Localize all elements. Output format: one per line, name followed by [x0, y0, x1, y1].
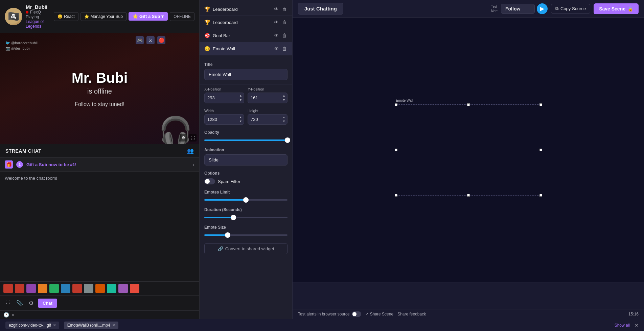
preview-canvas-inner[interactable]: Emote Wall: [396, 104, 541, 196]
test-browser-toggle[interactable]: [352, 311, 361, 317]
width-input[interactable]: [205, 115, 237, 124]
clip-icon[interactable]: 📎: [15, 298, 24, 308]
animation-select[interactable]: Slide Fade None: [204, 154, 288, 166]
opacity-slider[interactable]: [204, 137, 288, 142]
delete-widget-button[interactable]: 🗑: [281, 32, 288, 39]
handle-bottom-left[interactable]: [395, 194, 397, 197]
emote-item[interactable]: [49, 284, 59, 293]
save-scene-button[interactable]: Save Scene 🔒: [594, 3, 639, 14]
emote-item[interactable]: [26, 284, 36, 293]
send-test-alert-button[interactable]: ▶: [537, 3, 548, 14]
duration-slider[interactable]: [204, 214, 288, 220]
handle-bottom-middle[interactable]: [467, 194, 470, 197]
emotes-limit-slider[interactable]: [204, 197, 288, 202]
left-panel: 🏴‍☠️ Mr_Bubii FlexQ Playing League of Le…: [0, 0, 200, 319]
hide-widget-button[interactable]: 👁: [273, 32, 279, 39]
hide-widget-button[interactable]: 👁: [273, 6, 279, 12]
footer-tab-1-close[interactable]: ✕: [53, 323, 56, 327]
options-label: Options: [204, 171, 288, 176]
game-link[interactable]: League of Legends: [26, 19, 44, 29]
widget-item-leaderboard1[interactable]: 🏆 Leaderboard 👁 🗑: [200, 3, 292, 16]
emote-item[interactable]: [118, 284, 128, 293]
width-spinners: ▲ ▼: [237, 114, 244, 125]
footer-tab-2-close[interactable]: ✕: [112, 323, 115, 327]
chat-settings-icon[interactable]: 👥: [187, 148, 194, 154]
settings2-icon[interactable]: ⚙: [26, 298, 36, 308]
handle-bottom-right[interactable]: [539, 194, 542, 197]
widget-item-goal-bar[interactable]: 🎯 Goal Bar 👁 🗑: [200, 29, 292, 42]
y-position-input[interactable]: [248, 93, 281, 102]
header-buttons: 😊 React ⭐ Manage Your Sub ⭐ Gift a Sub ▾…: [54, 12, 194, 21]
gift-sub-button[interactable]: ⭐ Gift a Sub ▾: [129, 12, 168, 21]
title-input[interactable]: [204, 69, 288, 80]
handle-middle-right[interactable]: [539, 149, 542, 151]
widget-name: Leaderboard: [213, 20, 271, 25]
widget-name: Emote Wall: [213, 46, 271, 51]
hide-widget-button[interactable]: 👁: [273, 45, 279, 52]
streamer-info: Mr_Bubii FlexQ Playing League of Legends: [26, 4, 50, 29]
deco-icon-2: ⚔: [146, 36, 155, 44]
emote-item[interactable]: [38, 284, 47, 293]
delete-widget-button[interactable]: 🗑: [281, 6, 288, 12]
convert-shared-widget-button[interactable]: 🔗 Convert to shared widget: [204, 243, 288, 254]
chat-emote-bar: [0, 281, 199, 295]
width-decrement-button[interactable]: ▼: [239, 119, 243, 124]
handle-top-middle[interactable]: [467, 103, 470, 106]
x-position-input[interactable]: [205, 93, 237, 102]
settings-icon[interactable]: ⚙: [180, 134, 187, 142]
widget-item-emote-wall[interactable]: 😊 Emote Wall 👁 🗑: [200, 42, 292, 55]
manage-sub-button[interactable]: ⭐ Manage Your Sub: [80, 12, 127, 21]
widget-item-leaderboard2[interactable]: 🏆 Leaderboard 👁 🗑: [200, 16, 292, 29]
emote-item[interactable]: [107, 284, 116, 293]
trophy-icon: 🏆: [204, 6, 210, 12]
handle-middle-left[interactable]: [395, 149, 397, 151]
handle-top-left[interactable]: [395, 103, 397, 106]
copy-source-button[interactable]: ⧉ Copy Source: [551, 4, 590, 14]
expand-icon[interactable]: ⛶: [189, 134, 197, 142]
width-increment-button[interactable]: ▲: [239, 115, 243, 120]
avatar: 🏴‍☠️: [5, 8, 22, 25]
y-decrement-button[interactable]: ▼: [282, 98, 286, 102]
follow-select[interactable]: Follow Sub Donate Raid Host: [501, 4, 535, 14]
delete-widget-button[interactable]: 🗑: [281, 45, 288, 52]
x-decrement-button[interactable]: ▼: [239, 98, 243, 102]
height-decrement-button[interactable]: ▼: [282, 119, 286, 124]
platform-label: FlexQ: [30, 10, 41, 15]
y-position-label: Y-Position: [248, 87, 288, 91]
share-scene-button[interactable]: ↗ Share Scene: [365, 312, 393, 316]
height-increment-button[interactable]: ▲: [282, 115, 286, 120]
handle-top-right[interactable]: [539, 103, 542, 106]
promo-text[interactable]: Gift a Sub now to be #1!: [26, 162, 76, 167]
stream-chat-header: STREAM CHAT 👥: [0, 144, 199, 158]
emote-item[interactable]: [3, 284, 13, 293]
footer-tab-1[interactable]: ezgif.com-video-to-...gif ✕: [5, 322, 59, 329]
hide-widget-button[interactable]: 👁: [273, 19, 279, 26]
spam-filter-label: Spam Filter: [218, 179, 240, 184]
emote-size-slider[interactable]: [204, 232, 288, 237]
height-label: Height: [248, 109, 288, 113]
promo-chevron-right-icon[interactable]: ›: [193, 162, 194, 167]
shield-icon[interactable]: 🛡: [3, 298, 13, 308]
emote-item[interactable]: [95, 284, 105, 293]
emote-item[interactable]: [15, 284, 24, 293]
emotes-limit-label: Emotes Limit: [204, 190, 288, 195]
delete-widget-button[interactable]: 🗑: [281, 19, 288, 26]
emote-item[interactable]: [130, 284, 139, 293]
duration-label: Duration (Seconds): [204, 207, 288, 212]
height-input[interactable]: [248, 115, 281, 124]
spam-filter-toggle[interactable]: [204, 178, 215, 184]
show-all-button[interactable]: Show all: [615, 323, 630, 328]
close-all-button[interactable]: ✕: [635, 323, 639, 328]
chat-title: STREAM CHAT: [5, 148, 41, 154]
emote-item[interactable]: [61, 284, 70, 293]
footer-tab-2[interactable]: EmoteWall3 (onli....mp4 ✕: [64, 322, 118, 329]
emotes-limit-section: Emotes Limit: [200, 187, 292, 205]
share-feedback-button[interactable]: Share feedback: [397, 312, 426, 316]
emote-item[interactable]: [84, 284, 93, 293]
chat-send-button[interactable]: Chat: [38, 299, 57, 308]
react-button[interactable]: 😊 React: [54, 12, 78, 21]
emote-item[interactable]: [72, 284, 82, 293]
x-increment-button[interactable]: ▲: [239, 94, 243, 98]
streamer-header: 🏴‍☠️ Mr_Bubii FlexQ Playing League of Le…: [0, 0, 199, 33]
y-increment-button[interactable]: ▲: [282, 94, 286, 98]
